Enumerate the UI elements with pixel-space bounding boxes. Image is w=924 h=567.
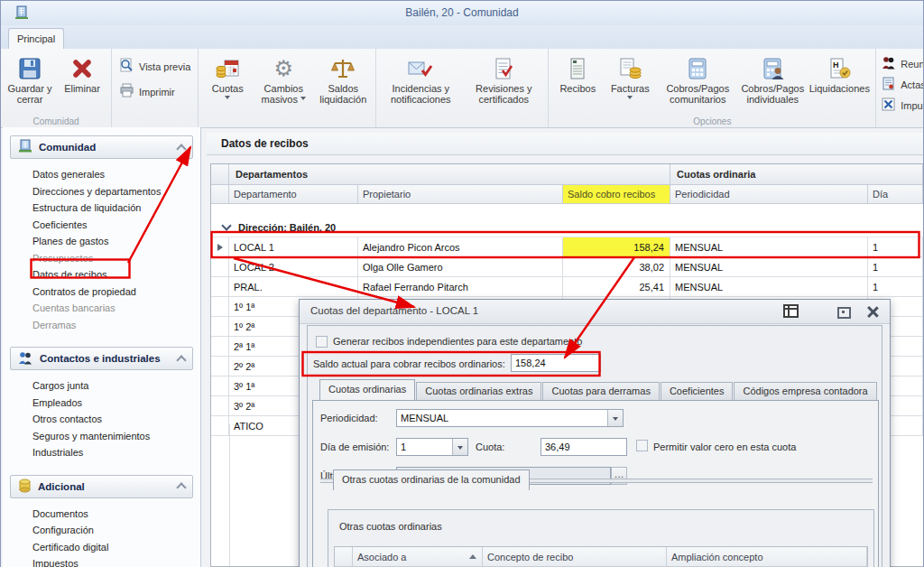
- sidebar-item[interactable]: Contratos de propiedad: [32, 284, 200, 301]
- sidebar-item[interactable]: Derramas: [32, 317, 200, 334]
- dialog-tab-2[interactable]: Cuotas para derramas: [542, 382, 659, 400]
- cell[interactable]: PRAL.: [229, 277, 358, 296]
- clipboard-check-icon: [491, 53, 516, 83]
- liquidaciones-button[interactable]: H Liquidaciones: [806, 51, 873, 96]
- delete-button[interactable]: Eliminar: [56, 51, 108, 96]
- cell[interactable]: Olga Olle Gamero: [358, 257, 563, 276]
- cell[interactable]: 25,41: [563, 277, 670, 296]
- incidencias-button[interactable]: Incidencias y notificaciones: [379, 51, 462, 107]
- saldos-liquidacion-label: Saldos liquidación: [314, 83, 372, 105]
- chevron-down-icon: [221, 220, 231, 230]
- inner-column-header[interactable]: Asociado a: [353, 547, 483, 566]
- cell[interactable]: LOCAL 1: [229, 237, 358, 256]
- building-icon: [18, 139, 32, 155]
- dialog-tab-3[interactable]: Coeficientes: [661, 382, 734, 400]
- sidebar-item[interactable]: Empleados: [32, 395, 200, 412]
- close-icon[interactable]: [866, 305, 879, 318]
- dia-emision-combo[interactable]: 1: [396, 438, 468, 456]
- sidebar-item[interactable]: Seguros y mantenimientos: [32, 428, 200, 445]
- preview-button[interactable]: Vista previa: [119, 58, 190, 75]
- permitir-cero-checkbox[interactable]: [636, 440, 648, 451]
- sidebar-group-header-0[interactable]: Comunidad: [10, 135, 193, 159]
- cell[interactable]: 1: [868, 237, 923, 256]
- band-header: Cuotas ordinaria: [670, 164, 923, 184]
- cuota-input[interactable]: 36,49: [541, 438, 627, 456]
- row-header-cell: [211, 237, 229, 256]
- save-close-button[interactable]: Guardar y cerrar: [4, 51, 56, 107]
- cell[interactable]: LOCAL 2: [229, 257, 358, 276]
- cell[interactable]: 1: [868, 277, 923, 296]
- saldo-actual-input[interactable]: 158,24: [511, 354, 601, 372]
- recibos-button[interactable]: Recibos: [551, 51, 604, 96]
- sidebar-item[interactable]: Cargos junta: [32, 377, 200, 395]
- layout-icon[interactable]: [783, 304, 799, 318]
- sidebar-group-header-1[interactable]: Contactos e industriales: [10, 347, 193, 370]
- cobros-individuales-button[interactable]: Cobros/Pagos individuales: [739, 51, 806, 107]
- chevron-up-icon: [176, 144, 186, 153]
- cambios-masivos-button[interactable]: ⚙ Cambios masivos: [254, 51, 313, 107]
- cell[interactable]: 38,02: [563, 257, 670, 276]
- row-header-column-line: [229, 424, 230, 566]
- inner-column-header[interactable]: Ampliación concepto: [667, 547, 867, 566]
- cell[interactable]: MENSUAL: [670, 237, 868, 256]
- sidebar-item[interactable]: Estructura de liquidación: [32, 200, 200, 217]
- column-header[interactable]: Periodicidad: [670, 185, 868, 203]
- column-header[interactable]: Día: [868, 185, 923, 203]
- sidebar-item[interactable]: Documentos: [32, 506, 200, 523]
- sort-ascending-icon: [469, 551, 476, 559]
- cell[interactable]: Rafael Ferrando Pitarch: [358, 277, 563, 296]
- inner-column-header[interactable]: Concepto de recibo: [483, 547, 667, 566]
- grid-band-row: DepartamentosCuotas ordinaria: [211, 164, 923, 185]
- dialog-tab-4[interactable]: Códigos empresa contadora: [734, 382, 876, 400]
- generar-recibos-checkbox[interactable]: [316, 336, 328, 348]
- reuniones-button[interactable]: Reuniones: [882, 56, 923, 71]
- periodicidad-dropdown-icon[interactable]: [607, 410, 623, 426]
- sidebar-item[interactable]: Datos de recibos: [32, 266, 200, 284]
- column-header[interactable]: Departamento: [229, 185, 358, 203]
- saldos-liquidacion-button[interactable]: Saldos liquidación: [313, 51, 373, 107]
- dialog-tab-1[interactable]: Cuotas ordinarias extras: [416, 382, 541, 400]
- actas-button[interactable]: Actas: [882, 77, 923, 92]
- cell[interactable]: 1: [868, 257, 923, 276]
- table-row[interactable]: LOCAL 2Olga Olle Gamero38,02MENSUAL1: [211, 257, 923, 277]
- table-row[interactable]: PRAL.Rafael Ferrando Pitarch25,41MENSUAL…: [211, 277, 923, 297]
- cell[interactable]: 158,24: [563, 237, 670, 256]
- cell[interactable]: Alejandro Picon Arcos: [358, 237, 563, 256]
- dia-dropdown-icon[interactable]: [452, 439, 467, 455]
- print-button[interactable]: Imprimir: [119, 83, 190, 100]
- column-header[interactable]: Saldo cobro recibos: [563, 185, 670, 203]
- sidebar-item[interactable]: Planes de gastos: [32, 233, 200, 250]
- revisiones-button[interactable]: Revisiones y certificados: [462, 51, 545, 107]
- dialog-tab-0[interactable]: Cuotas ordinarias: [319, 379, 415, 400]
- sidebar-item[interactable]: Coeficientes: [32, 217, 200, 234]
- sidebar-group-header-2[interactable]: Adicional: [10, 475, 193, 498]
- impuestos-button[interactable]: Impuestos: [882, 98, 923, 113]
- sidebar-item[interactable]: Configuración: [32, 522, 200, 539]
- group-row[interactable]: Dirección: Bailén, 20: [211, 218, 923, 237]
- cobros-comunitarios-button[interactable]: Cobros/Pagos comunitarios: [656, 51, 739, 107]
- column-header[interactable]: Propietario: [358, 185, 563, 203]
- facturas-button[interactable]: Facturas: [604, 51, 656, 104]
- sidebar-item[interactable]: Certificado digital: [32, 539, 200, 556]
- table-row[interactable]: LOCAL 1Alejandro Picon Arcos158,24MENSUA…: [211, 237, 923, 257]
- sidebar-item[interactable]: Industriales: [32, 444, 200, 461]
- receipt-icon: [565, 53, 590, 83]
- periodicidad-combo[interactable]: MENSUAL: [396, 409, 624, 427]
- cell[interactable]: MENSUAL: [670, 277, 868, 296]
- sidebar-item[interactable]: Otros contactos: [32, 411, 200, 428]
- sidebar-group-title: Comunidad: [39, 142, 96, 153]
- tab-principal[interactable]: Principal: [8, 28, 64, 50]
- sidebar-item[interactable]: Direcciones y departamentos: [32, 183, 200, 200]
- gear-icon: ⚙: [274, 53, 294, 83]
- sidebar-item[interactable]: Impuestos: [32, 555, 200, 567]
- dialog-title-bar[interactable]: Cuotas del departamento - LOCAL 1: [300, 300, 890, 324]
- sidebar-item[interactable]: Presupuestos: [32, 250, 200, 267]
- sidebar-group-title: Contactos e industriales: [40, 353, 161, 364]
- cuotas-button[interactable]: Cuotas: [201, 51, 254, 104]
- cell[interactable]: MENSUAL: [670, 257, 868, 276]
- cambios-masivos-label: Cambios masivos: [254, 83, 312, 105]
- sidebar-item[interactable]: Datos generales: [32, 166, 200, 183]
- restore-icon[interactable]: [837, 307, 851, 319]
- sidebar-item[interactable]: Cuentas bancarias: [32, 300, 200, 317]
- tab-otras-cuotas[interactable]: Otras cuotas ordinarias de la comunidad: [333, 469, 530, 490]
